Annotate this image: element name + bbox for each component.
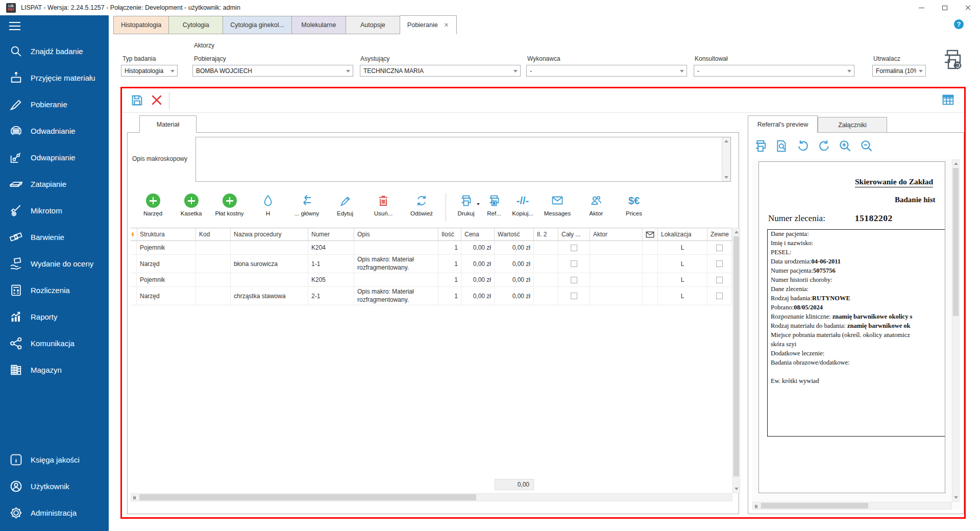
scroll-right-icon[interactable]	[133, 496, 136, 500]
tab-histopatologia[interactable]: Histopatologia	[113, 16, 169, 34]
add-plat-kostny-button[interactable]: Płat kostny	[210, 192, 249, 216]
print-button[interactable]: Drukuj	[451, 192, 481, 216]
scroll-down-icon[interactable]	[734, 488, 739, 490]
grid-horizontal-scrollbar[interactable]	[131, 493, 732, 501]
zoom-out-button[interactable]	[860, 139, 874, 153]
preview-horizontal-scrollbar[interactable]	[752, 502, 952, 510]
tab-pobieranie[interactable]: Pobieranie ✕	[400, 15, 457, 34]
h-button[interactable]: H	[249, 192, 287, 216]
caly-checkbox[interactable]	[571, 277, 577, 283]
copy-button[interactable]: -//- Kopiuj...	[507, 192, 538, 216]
maximize-button[interactable]	[933, 0, 957, 15]
col-struktura[interactable]: Struktura	[137, 228, 196, 240]
preview-vertical-scrollbar[interactable]	[952, 159, 960, 502]
utrwalacz-select[interactable]: Formalina (10%	[872, 65, 926, 77]
col-mail[interactable]	[643, 228, 658, 240]
scrollbar-thumb[interactable]	[733, 236, 739, 476]
caly-checkbox[interactable]	[571, 245, 577, 251]
scroll-down-icon[interactable]	[954, 496, 958, 499]
sidebar-item-rozliczenia[interactable]: Rozliczenia	[0, 277, 109, 303]
add-kasetka-button[interactable]: Kasetka	[172, 192, 210, 216]
scroll-down-icon[interactable]	[724, 176, 728, 179]
typ-badania-select[interactable]: Histopatologia	[121, 65, 178, 77]
tab-close-icon[interactable]: ✕	[444, 22, 449, 28]
sidebar-item-barwienie[interactable]: Barwienie	[0, 224, 109, 250]
opis-makroskopowy-textarea[interactable]	[195, 137, 731, 182]
save-button[interactable]	[130, 93, 144, 107]
sidebar-item-magazyn[interactable]: Magazyn	[0, 356, 109, 383]
sidebar-item-ksiega-jakosci[interactable]: Księga jakości	[0, 446, 109, 473]
col-wartosc[interactable]: Wartość	[495, 228, 534, 240]
sidebar-item-administracja[interactable]: Administracja	[0, 499, 109, 526]
page-preview-button[interactable]	[775, 139, 789, 153]
sidebar-item-komunikacja[interactable]: Komunikacja	[0, 330, 109, 356]
sidebar-item-znajdz-badanie[interactable]: Znajdź badanie	[0, 38, 109, 64]
prices-button[interactable]: $€ Prices	[616, 192, 652, 216]
grid-vertical-scrollbar[interactable]	[732, 228, 740, 493]
caly-checkbox[interactable]	[571, 260, 577, 267]
move-to-main-button[interactable]: ... główny	[287, 192, 326, 216]
add-narzad-button[interactable]: Narzęd	[134, 192, 172, 216]
caly-checkbox[interactable]	[571, 293, 577, 299]
col-numer[interactable]: Numer	[308, 228, 354, 240]
tab-zalaczniki[interactable]: Załączniki	[818, 117, 887, 133]
col-kod[interactable]: Kod	[196, 228, 231, 240]
refresh-button[interactable]: Odśwież	[403, 192, 440, 216]
scroll-up-icon[interactable]	[734, 231, 739, 233]
col-opis[interactable]: Opis	[354, 228, 438, 240]
konsultowal-select[interactable]: -	[694, 65, 854, 77]
col-nazwa-procedury[interactable]: Nazwa procedury	[231, 228, 308, 240]
col-lokalizacja[interactable]: Lokalizacja	[658, 228, 707, 240]
zewne-checkbox[interactable]	[716, 260, 723, 267]
minimize-button[interactable]	[910, 0, 933, 15]
tab-referral-preview[interactable]: Referral's preview	[748, 115, 818, 133]
sidebar-item-przyjecie-materialu[interactable]: Przyjęcie materiału	[0, 64, 109, 91]
print-referral-button[interactable]: Ref...	[481, 192, 507, 216]
delete-row-button[interactable]: Usuń...	[364, 192, 403, 216]
table-row[interactable]: Narzęd błona surowicza 1-1 Opis makro: M…	[131, 255, 732, 273]
print-preview-button[interactable]	[753, 139, 768, 153]
zewne-checkbox[interactable]	[716, 245, 723, 251]
asystujacy-select[interactable]: TECHNICZNA MARIA	[360, 65, 521, 77]
tab-cytologia-ginekologiczna[interactable]: Cytologia ginekol...	[223, 16, 292, 34]
sidebar-item-zatapianie[interactable]: Zatapianie	[0, 171, 109, 197]
col-il2[interactable]: Il. 2	[534, 228, 558, 240]
tab-autopsje[interactable]: Autopsje	[346, 16, 400, 34]
scroll-up-icon[interactable]	[724, 140, 728, 142]
scrollbar-thumb[interactable]	[761, 503, 868, 509]
menu-toggle-button[interactable]	[9, 22, 20, 30]
scroll-up-icon[interactable]	[954, 162, 958, 165]
pobierajacy-select[interactable]: BOMBA WOJCIECH	[192, 65, 353, 77]
col-aktor[interactable]: Aktor	[590, 228, 643, 240]
tab-material[interactable]: Materiał	[139, 115, 197, 133]
messages-button[interactable]: Messages	[538, 192, 577, 216]
sidebar-item-odwapnianie[interactable]: Odwapnianie	[0, 144, 109, 171]
aktor-button[interactable]: Aktor	[577, 192, 616, 216]
zoom-in-button[interactable]	[838, 139, 852, 153]
col-ilosc[interactable]: Ilość	[438, 228, 461, 240]
col-cena[interactable]: Cena	[461, 228, 495, 240]
table-row[interactable]: Narzęd chrząstka stawowa 2-1 Opis makro:…	[131, 287, 732, 305]
sidebar-item-mikrotom[interactable]: Mikrotom	[0, 197, 109, 224]
scroll-right-icon[interactable]	[755, 504, 757, 509]
col-zewne[interactable]: Zewne	[707, 228, 732, 240]
sidebar-item-wydanie-do-oceny[interactable]: Wydanie do oceny	[0, 250, 109, 277]
help-button[interactable]: ?	[954, 19, 964, 29]
close-button[interactable]	[957, 0, 980, 15]
rotate-left-button[interactable]	[796, 139, 810, 153]
grid-settings-button[interactable]	[941, 93, 955, 107]
sidebar-item-raporty[interactable]: Raporty	[0, 303, 109, 330]
printer-settings-button[interactable]	[941, 48, 965, 73]
delete-button[interactable]	[150, 93, 164, 107]
tab-cytologia[interactable]: Cytologia	[168, 16, 223, 34]
textarea-scrollbar[interactable]	[722, 137, 730, 181]
zewne-checkbox[interactable]	[716, 293, 723, 299]
wykonawca-select[interactable]: -	[526, 65, 687, 77]
sidebar-item-pobieranie[interactable]: Pobieranie	[0, 91, 109, 117]
print-menu-caret-icon[interactable]	[477, 203, 480, 205]
col-caly[interactable]: Cały ...	[558, 228, 590, 240]
scrollbar-thumb[interactable]	[953, 168, 959, 316]
table-row[interactable]: Pojemnik K204 1 0,00 zł 0,00 zł	[131, 241, 732, 255]
sidebar-item-uzytkownik[interactable]: Użytkownik	[0, 473, 109, 499]
scrollbar-thumb[interactable]	[139, 494, 476, 500]
